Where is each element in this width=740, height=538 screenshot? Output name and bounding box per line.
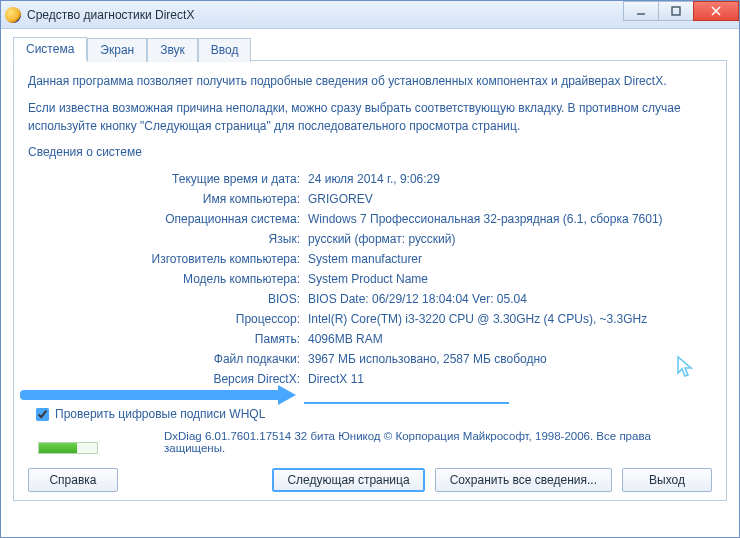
intro-paragraph-2: Если известна возможная причина неполадк… — [28, 100, 712, 135]
help-button[interactable]: Справка — [28, 468, 118, 492]
system-info-grid: Текущие время и дата: 24 июля 2014 г., 9… — [48, 169, 712, 389]
info-row-cpu: Процессор: Intel(R) Core(TM) i3-3220 CPU… — [48, 309, 712, 329]
save-all-button[interactable]: Сохранить все сведения... — [435, 468, 612, 492]
progress-fill — [39, 443, 77, 453]
tab-input[interactable]: Ввод — [198, 38, 252, 62]
value-os: Windows 7 Профессиональная 32-разрядная … — [308, 209, 712, 229]
svg-rect-1 — [672, 7, 680, 15]
info-row-mem: Память: 4096MB RAM — [48, 329, 712, 349]
info-row-model: Модель компьютера: System Product Name — [48, 269, 712, 289]
intro-paragraph-1: Данная программа позволяет получить подр… — [28, 73, 712, 90]
minimize-button[interactable] — [623, 1, 659, 21]
button-row: Справка Следующая страница Сохранить все… — [28, 468, 712, 492]
whql-label: Проверить цифровые подписи WHQL — [55, 407, 265, 421]
label-pagefile: Файл подкачки: — [48, 349, 308, 369]
info-row-computer: Имя компьютера: GRIGOREV — [48, 189, 712, 209]
value-directx: DirectX 11 — [308, 369, 712, 389]
info-row-pagefile: Файл подкачки: 3967 МБ использовано, 258… — [48, 349, 712, 369]
annotation-underline — [304, 402, 509, 404]
value-bios: BIOS Date: 06/29/12 18:04:04 Ver: 05.04 — [308, 289, 712, 309]
label-lang: Язык: — [48, 229, 308, 249]
tab-sound[interactable]: Звук — [147, 38, 198, 62]
progress-bar — [38, 442, 98, 454]
label-manuf: Изготовитель компьютера: — [48, 249, 308, 269]
label-bios: BIOS: — [48, 289, 308, 309]
maximize-button[interactable] — [658, 1, 694, 21]
next-page-button[interactable]: Следующая страница — [272, 468, 424, 492]
label-computer: Имя компьютера: — [48, 189, 308, 209]
dxdiag-icon — [5, 7, 21, 23]
tab-display[interactable]: Экран — [87, 38, 147, 62]
value-model: System Product Name — [308, 269, 712, 289]
tab-bar: Система Экран Звук Ввод — [13, 37, 727, 61]
info-row-datetime: Текущие время и дата: 24 июля 2014 г., 9… — [48, 169, 712, 189]
tab-system[interactable]: Система — [13, 37, 87, 61]
value-pagefile: 3967 МБ использовано, 2587 МБ свободно — [308, 349, 712, 369]
titlebar: Средство диагностики DirectX — [1, 1, 739, 29]
whql-checkbox[interactable] — [36, 408, 49, 421]
label-datetime: Текущие время и дата: — [48, 169, 308, 189]
label-model: Модель компьютера: — [48, 269, 308, 289]
exit-button[interactable]: Выход — [622, 468, 712, 492]
footer-text: DxDiag 6.01.7601.17514 32 бита Юникод © … — [164, 430, 712, 454]
value-datetime: 24 июля 2014 г., 9:06:29 — [308, 169, 712, 189]
label-os: Операционная система: — [48, 209, 308, 229]
info-row-lang: Язык: русский (формат: русский) — [48, 229, 712, 249]
window-buttons — [624, 1, 739, 21]
label-directx: Версия DirectX: — [48, 369, 308, 389]
window-title: Средство диагностики DirectX — [27, 8, 194, 22]
close-button[interactable] — [693, 1, 739, 21]
section-title: Сведения о системе — [28, 145, 712, 159]
info-row-manuf: Изготовитель компьютера: System manufact… — [48, 249, 712, 269]
info-row-os: Операционная система: Windows 7 Професси… — [48, 209, 712, 229]
value-mem: 4096MB RAM — [308, 329, 712, 349]
button-right-group: Следующая страница Сохранить все сведени… — [272, 468, 712, 492]
intro-text: Данная программа позволяет получить подр… — [28, 73, 712, 135]
value-lang: русский (формат: русский) — [308, 229, 712, 249]
tab-panel-system: Данная программа позволяет получить подр… — [13, 61, 727, 501]
info-row-directx: Версия DirectX: DirectX 11 — [48, 369, 712, 389]
label-mem: Память: — [48, 329, 308, 349]
annotation-arrow — [20, 387, 300, 403]
info-row-bios: BIOS: BIOS Date: 06/29/12 18:04:04 Ver: … — [48, 289, 712, 309]
content-area: Система Экран Звук Ввод Данная программа… — [1, 29, 739, 511]
value-cpu: Intel(R) Core(TM) i3-3220 CPU @ 3.30GHz … — [308, 309, 712, 329]
label-cpu: Процессор: — [48, 309, 308, 329]
whql-checkbox-row: Проверить цифровые подписи WHQL — [36, 407, 712, 421]
value-computer: GRIGOREV — [308, 189, 712, 209]
value-manuf: System manufacturer — [308, 249, 712, 269]
